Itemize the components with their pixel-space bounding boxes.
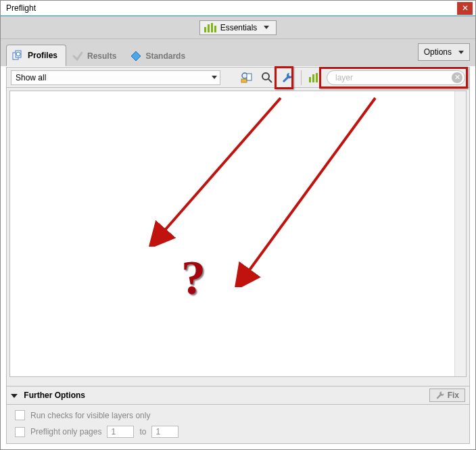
fixups-filter-button[interactable] xyxy=(279,69,296,86)
results-icon xyxy=(72,50,84,62)
tab-standards[interactable]: Standards xyxy=(124,46,193,66)
checks-filter-button[interactable] xyxy=(258,69,276,86)
fix-button[interactable]: Fix xyxy=(429,389,465,402)
svg-marker-3 xyxy=(131,51,141,61)
further-options-body: Run checks for visible layers only Prefl… xyxy=(7,405,469,443)
run-checks-row: Run checks for visible layers only xyxy=(15,410,461,420)
close-button[interactable]: ✕ xyxy=(457,2,473,15)
standards-icon xyxy=(130,50,142,62)
groups-view-button[interactable] xyxy=(306,69,324,86)
svg-rect-5 xyxy=(241,79,247,82)
further-options-header[interactable]: Further Options Fix xyxy=(7,386,469,405)
annotation-question-mark: ? xyxy=(181,250,206,306)
profiles-filter-icon xyxy=(241,72,253,84)
bars-icon xyxy=(309,73,321,82)
show-all-label: Show all xyxy=(16,73,46,82)
wrench-icon xyxy=(435,391,445,400)
tabs-row: Profiles Results Standards xyxy=(1,39,475,66)
workspace-label: Essentials xyxy=(220,23,258,32)
run-checks-checkbox[interactable] xyxy=(15,410,25,420)
chevron-down-icon xyxy=(264,26,269,29)
close-icon: ✕ xyxy=(462,4,469,12)
workspace-dropdown[interactable]: Essentials xyxy=(199,20,277,35)
svg-rect-6 xyxy=(247,74,252,80)
separator xyxy=(301,70,302,85)
scrollbar[interactable] xyxy=(454,91,466,376)
bars-icon xyxy=(204,23,216,32)
further-options: Further Options Fix Run checks for visib… xyxy=(7,386,469,443)
page-to-input[interactable]: 1 xyxy=(151,426,178,438)
profiles-filter-button[interactable] xyxy=(238,69,256,86)
main-panel: Show all xyxy=(6,67,470,444)
window-title: Preflight xyxy=(6,3,36,13)
svg-point-7 xyxy=(262,73,269,80)
preflight-pages-row: Preflight only pages 1 to 1 xyxy=(15,426,461,438)
page-from-input[interactable]: 1 xyxy=(107,426,134,438)
svg-line-8 xyxy=(268,79,272,82)
results-list xyxy=(9,91,467,377)
clear-icon: ✕ xyxy=(454,73,460,82)
options-dropdown[interactable]: Options xyxy=(418,43,470,61)
profiles-icon xyxy=(12,49,24,61)
preflight-pages-label: Preflight only pages xyxy=(30,427,101,436)
run-checks-label: Run checks for visible layers only xyxy=(30,411,150,420)
tab-standards-label: Standards xyxy=(145,51,185,61)
preflight-pages-checkbox[interactable] xyxy=(15,427,25,437)
chevron-down-icon xyxy=(458,51,464,54)
tab-profiles-label: Profiles xyxy=(28,51,57,60)
workspace-bar: Essentials xyxy=(1,16,475,39)
title-bar: Preflight ✕ xyxy=(1,1,475,16)
options-label: Options xyxy=(424,47,452,57)
tab-results-label: Results xyxy=(87,51,116,61)
tabs: Profiles Results Standards xyxy=(6,45,193,66)
search-box[interactable]: ✕ xyxy=(327,70,465,85)
window: Preflight ✕ Essentials Profiles xyxy=(0,0,476,450)
clear-search-button[interactable]: ✕ xyxy=(452,72,462,83)
triangle-down-icon xyxy=(11,394,18,398)
chevron-down-icon xyxy=(212,76,217,79)
fix-label: Fix xyxy=(448,391,459,400)
magnifier-icon xyxy=(261,72,273,84)
wrench-icon xyxy=(281,72,293,84)
show-all-dropdown[interactable]: Show all xyxy=(11,70,220,85)
further-options-title: Further Options xyxy=(24,391,85,400)
page-to-label: to xyxy=(139,427,146,436)
toolbar: Show all xyxy=(7,68,469,88)
tab-profiles[interactable]: Profiles xyxy=(6,45,66,66)
search-input[interactable] xyxy=(334,72,452,83)
tab-results[interactable]: Results xyxy=(66,46,124,66)
